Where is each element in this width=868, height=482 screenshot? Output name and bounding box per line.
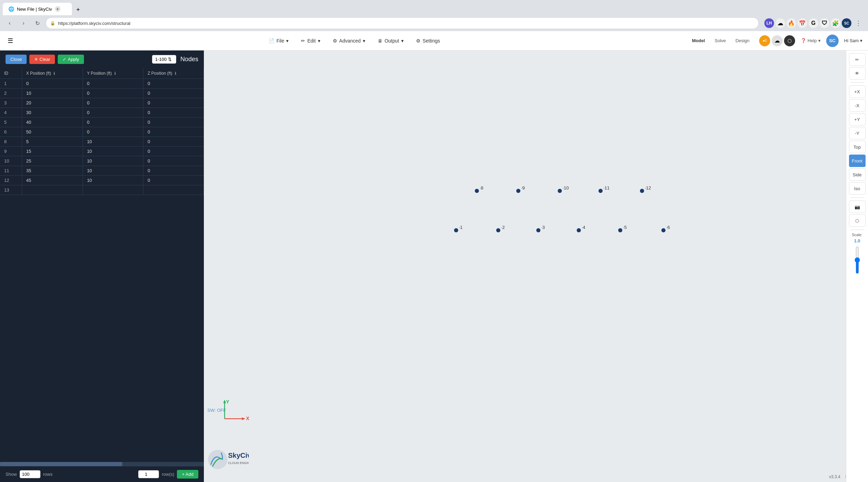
ext-skyciv[interactable]: SC (842, 18, 851, 28)
cell-x-6[interactable]: 5 (22, 137, 83, 147)
design-btn[interactable]: Design (732, 37, 754, 45)
cell-x-4[interactable]: 40 (22, 118, 83, 127)
cell-id-5[interactable]: 6 (0, 127, 22, 137)
cell-x-3[interactable]: 30 (22, 108, 83, 118)
minus-x-btn[interactable]: -X (849, 99, 866, 112)
cell-y-7[interactable]: 10 (83, 147, 143, 156)
cell-x-2[interactable]: 20 (22, 98, 83, 108)
hamburger-btn[interactable]: ☰ (6, 35, 15, 47)
table-row[interactable]: 65000 (0, 127, 204, 137)
cell-x-11[interactable] (22, 185, 83, 195)
camera-btn[interactable]: 📷 (849, 201, 866, 213)
ext-cloud[interactable]: ☁ (775, 18, 785, 28)
cell-y-8[interactable]: 10 (83, 156, 143, 166)
cell-y-0[interactable]: 0 (83, 79, 143, 89)
forward-btn[interactable]: › (18, 18, 29, 29)
new-tab-btn[interactable]: + (73, 4, 84, 15)
cell-z-7[interactable]: 0 (143, 147, 204, 156)
plus-y-btn[interactable]: +Y (849, 113, 866, 126)
edit-tool-btn[interactable]: ✏ (849, 53, 866, 66)
cell-id-0[interactable]: 1 (0, 79, 22, 89)
table-row[interactable]: 43000 (0, 108, 204, 118)
wireframe-btn[interactable]: ⬡ (849, 214, 866, 227)
cell-id-6[interactable]: 8 (0, 137, 22, 147)
cell-id-9[interactable]: 11 (0, 166, 22, 176)
cell-id-8[interactable]: 10 (0, 156, 22, 166)
cell-x-9[interactable]: 35 (22, 166, 83, 176)
status-icon-2[interactable]: ☁ (772, 35, 783, 46)
cell-id-11[interactable]: 13 (0, 185, 22, 195)
settings-menu[interactable]: ⚙ Settings (411, 35, 446, 46)
cell-x-10[interactable]: 45 (22, 176, 83, 185)
table-row[interactable]: 32000 (0, 98, 204, 108)
cell-z-8[interactable]: 0 (143, 156, 204, 166)
x-info-icon[interactable]: ℹ (54, 71, 55, 75)
cell-id-3[interactable]: 4 (0, 108, 22, 118)
advanced-menu[interactable]: ⚙ Advanced ▾ (327, 35, 371, 46)
solve-btn[interactable]: Solve (710, 37, 730, 45)
table-row[interactable]: 1000 (0, 79, 204, 89)
range-selector[interactable]: 1-100 ⇅ (152, 55, 176, 64)
cell-x-1[interactable]: 10 (22, 89, 83, 98)
top-btn[interactable]: Top (849, 141, 866, 153)
rows-count-input[interactable] (20, 470, 40, 478)
cell-id-2[interactable]: 3 (0, 98, 22, 108)
ext-shield[interactable]: 🛡 (820, 18, 829, 28)
help-btn[interactable]: ❓ Help ▾ (801, 38, 821, 43)
table-row[interactable]: 1025100 (0, 156, 204, 166)
url-bar[interactable]: 🔒 https://platform.skyciv.com/structural (46, 17, 759, 29)
table-row[interactable]: 915100 (0, 147, 204, 156)
cell-z-0[interactable]: 0 (143, 79, 204, 89)
cell-y-10[interactable]: 10 (83, 176, 143, 185)
table-row[interactable]: 85100 (0, 137, 204, 147)
apply-button[interactable]: ✓ Apply (58, 55, 84, 64)
cell-x-5[interactable]: 50 (22, 127, 83, 137)
cell-z-2[interactable]: 0 (143, 98, 204, 108)
cell-id-7[interactable]: 9 (0, 147, 22, 156)
plus-x-btn[interactable]: +X (849, 85, 866, 98)
table-row[interactable]: 1245100 (0, 176, 204, 185)
output-menu[interactable]: 🖥 Output ▾ (372, 35, 409, 46)
cell-x-8[interactable]: 25 (22, 156, 83, 166)
clear-button[interactable]: ✕ Clear (29, 55, 55, 64)
cell-y-1[interactable]: 0 (83, 89, 143, 98)
ext-g[interactable]: G (809, 18, 818, 28)
table-row[interactable]: 21000 (0, 89, 204, 98)
ext-ext[interactable]: 🧩 (831, 18, 840, 28)
model-btn[interactable]: Model (688, 37, 709, 45)
cell-z-11[interactable] (143, 185, 204, 195)
cell-z-5[interactable]: 0 (143, 127, 204, 137)
iso-btn[interactable]: Iso (849, 182, 866, 195)
table-row[interactable]: 13 (0, 185, 204, 195)
panel-scrollbar[interactable] (0, 462, 204, 466)
user-avatar[interactable]: SC (826, 35, 839, 47)
reload-btn[interactable]: ↻ (32, 18, 43, 29)
z-info-icon[interactable]: ℹ (175, 71, 176, 75)
table-row[interactable]: 1135100 (0, 166, 204, 176)
cell-y-4[interactable]: 0 (83, 118, 143, 127)
cell-y-3[interactable]: 0 (83, 108, 143, 118)
ext-cal[interactable]: 📅 (798, 18, 807, 28)
cell-id-1[interactable]: 2 (0, 89, 22, 98)
minus-y-btn[interactable]: -Y (849, 127, 866, 139)
cell-z-3[interactable]: 0 (143, 108, 204, 118)
cell-x-0[interactable]: 0 (22, 79, 83, 89)
cell-x-7[interactable]: 15 (22, 147, 83, 156)
cell-z-10[interactable]: 0 (143, 176, 204, 185)
ext-fire[interactable]: 🔥 (786, 18, 796, 28)
cell-z-6[interactable]: 0 (143, 137, 204, 147)
scale-slider[interactable] (855, 246, 860, 274)
status-icon-1[interactable]: ●0 (759, 35, 770, 46)
cell-y-11[interactable] (83, 185, 143, 195)
view-tool-btn[interactable]: 👁 (849, 67, 866, 80)
cell-id-10[interactable]: 12 (0, 176, 22, 185)
cell-y-2[interactable]: 0 (83, 98, 143, 108)
file-menu[interactable]: 📄 File ▾ (263, 35, 294, 46)
cell-id-4[interactable]: 5 (0, 118, 22, 127)
tab-close-btn[interactable]: × (55, 6, 60, 12)
front-btn[interactable]: Front (849, 155, 866, 167)
ext-lh[interactable]: LH (764, 18, 774, 28)
cell-z-9[interactable]: 0 (143, 166, 204, 176)
y-info-icon[interactable]: ℹ (114, 71, 116, 75)
table-row[interactable]: 54000 (0, 118, 204, 127)
